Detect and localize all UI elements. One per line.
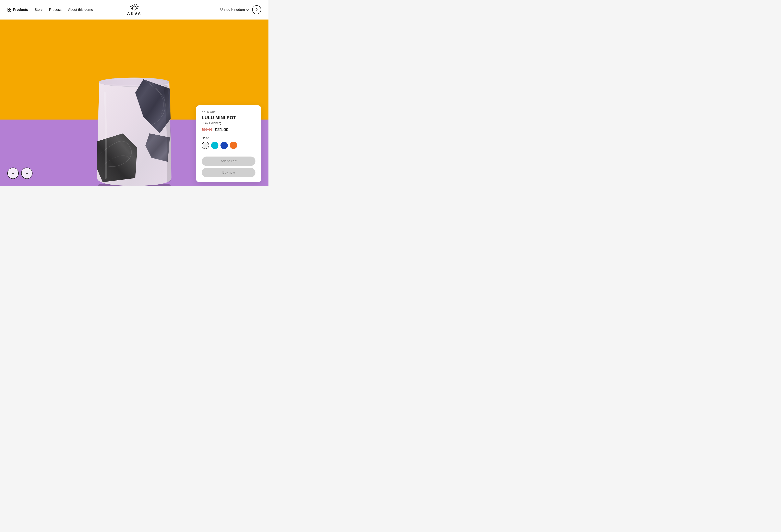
header: Products Story Process About this demo A… [0,0,269,19]
svg-rect-0 [8,8,9,9]
region-selector[interactable]: United Kingdom [220,8,249,12]
nav-process-link[interactable]: Process [49,8,61,12]
nav-story-link[interactable]: Story [35,8,43,12]
nav-left: Products Story Process About this demo [7,8,93,12]
svg-point-11 [132,6,136,10]
product-title: LULU MINI POT [202,115,255,120]
svg-point-18 [120,175,122,177]
nav-about-link[interactable]: About this demo [68,8,93,12]
original-price: £29.00 [202,128,212,132]
svg-point-20 [127,175,128,176]
chevron-down-icon [246,8,249,11]
next-arrow-icon: → [25,171,29,176]
next-button[interactable]: → [21,168,33,179]
svg-rect-2 [8,10,9,11]
hero-section: ← → SOLD OUT LULU MINI POT Lucy Holdberg… [0,19,269,186]
nav-right: United Kingdom 0 [220,5,261,14]
add-to-cart-button[interactable]: Add to cart [202,157,255,166]
color-swatch-orange[interactable] [230,142,237,149]
color-label: Color [202,136,255,140]
svg-rect-1 [9,8,11,9]
buy-now-button[interactable]: Buy now [202,168,255,177]
region-label: United Kingdom [220,8,245,12]
svg-line-7 [132,4,133,6]
color-swatch-cyan[interactable] [211,142,218,149]
color-swatch-white[interactable] [202,142,209,149]
prev-button[interactable]: ← [7,168,19,179]
svg-point-19 [124,178,124,178]
cart-button[interactable]: 0 [252,5,261,14]
logo-sun-icon [130,4,139,11]
pot-svg [90,77,178,186]
svg-rect-3 [9,10,11,11]
svg-line-6 [137,6,138,7]
svg-line-5 [136,4,137,6]
prev-arrow-icon: ← [11,171,15,176]
color-swatches [202,142,255,149]
logo[interactable]: AKVA [127,4,141,16]
logo-text: AKVA [127,11,141,16]
carousel-navigation: ← → [7,168,33,179]
price-row: £29.00 £21.00 [202,127,255,132]
nav-products-link[interactable]: Products [7,8,28,12]
sold-out-badge: SOLD OUT [202,111,255,114]
grid-icon [7,8,11,12]
current-price: £21.00 [215,127,229,132]
product-card: SOLD OUT LULU MINI POT Lucy Holdberg £29… [196,105,261,182]
color-swatch-blue[interactable] [220,142,228,149]
nav-products-label: Products [13,8,28,12]
product-image [81,60,187,186]
svg-line-8 [130,6,132,7]
product-artist: Lucy Holdberg [202,121,255,125]
